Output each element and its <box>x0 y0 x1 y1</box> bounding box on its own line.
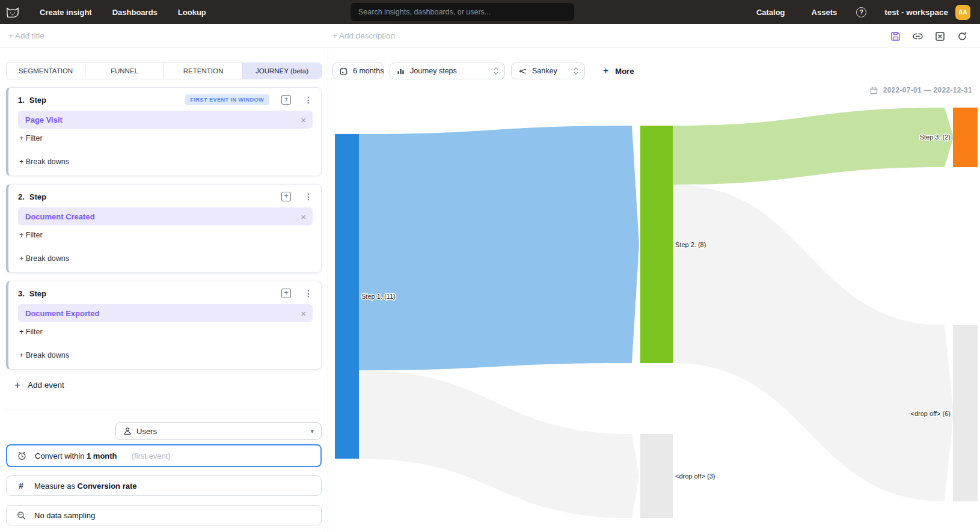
event-pill[interactable]: Document Exported × <box>18 304 313 322</box>
remove-event-icon[interactable]: × <box>301 212 306 222</box>
measure-as-value: Conversion rate <box>78 482 137 491</box>
sankey-link-step1-dropoff[interactable] <box>359 370 639 518</box>
event-name: Document Exported <box>25 309 100 318</box>
add-description-field[interactable]: + Add description <box>332 31 395 40</box>
time-window-button[interactable]: 6 months <box>332 63 384 79</box>
step-card-3: 3. Step + ⋮ Document Exported × + Filter… <box>6 281 322 370</box>
add-event-to-step-icon[interactable]: + <box>281 95 291 105</box>
sankey-node-dropoff-step1[interactable] <box>640 434 673 518</box>
top-navbar: Create insight Dashboards Lookup Catalog… <box>0 0 980 24</box>
convert-within-label: Convert within <box>35 451 84 460</box>
first-event-badge: FIRST EVENT IN WINDOW <box>185 94 270 105</box>
select-chevrons-icon <box>574 67 578 75</box>
add-breakdown-link[interactable]: + Break downs <box>19 157 69 166</box>
sankey-link-step1-step2[interactable] <box>359 126 639 370</box>
sankey-node-dropoff-step2[interactable] <box>953 325 978 501</box>
analyze-by-select[interactable]: Users ▾ <box>115 422 322 440</box>
select-chevrons-icon <box>494 67 498 75</box>
nav-catalog[interactable]: Catalog <box>756 8 785 17</box>
add-title-field[interactable]: + Add title <box>8 31 44 40</box>
journey-builder-panel: SEGMENTATION FUNNEL RETENTION JOURNEY (b… <box>0 48 328 532</box>
plus-icon: + <box>14 380 20 390</box>
sankey-label-step1: Step 1. (11) <box>361 293 396 300</box>
calendar-icon <box>340 67 348 75</box>
sankey-link-step2-step3[interactable] <box>673 108 954 185</box>
convert-window-hint: (first event) <box>132 451 171 460</box>
nav-dashboards[interactable]: Dashboards <box>112 8 158 17</box>
event-name: Page Visit <box>25 115 63 124</box>
add-breakdown-link[interactable]: + Break downs <box>19 254 69 263</box>
help-icon[interactable]: ? <box>856 7 866 17</box>
calendar-icon <box>870 87 878 94</box>
add-event-to-step-icon[interactable]: + <box>281 289 291 298</box>
event-name: Document Created <box>25 212 95 221</box>
add-event-button[interactable]: + Add event <box>14 380 64 390</box>
sankey-link-step2-dropoff[interactable] <box>673 185 954 501</box>
save-icon[interactable] <box>890 31 901 41</box>
tab-segmentation[interactable]: SEGMENTATION <box>7 63 85 79</box>
more-options-button[interactable]: + More <box>603 63 634 79</box>
sankey-node-step2[interactable] <box>640 126 673 363</box>
nav-lookup[interactable]: Lookup <box>178 8 206 17</box>
convert-window-value: 1 month <box>87 451 117 460</box>
insight-title-bar: + Add title + Add description <box>0 24 980 48</box>
step-card-1: 1. Step FIRST EVENT IN WINDOW + ⋮ Page V… <box>6 87 322 176</box>
workspace-name[interactable]: test - workspace <box>884 8 948 17</box>
user-avatar[interactable]: AA <box>955 5 970 20</box>
add-event-to-step-icon[interactable]: + <box>281 192 291 201</box>
chart-type-select[interactable]: Sankey <box>511 63 585 79</box>
sampling-magnifier-icon <box>16 511 26 520</box>
nav-create-insight[interactable]: Create insight <box>40 8 92 17</box>
sampling-value: No data sampling <box>34 511 95 520</box>
sankey-node-step1[interactable] <box>335 134 359 459</box>
step-title: Step <box>29 289 46 298</box>
event-pill[interactable]: Document Created × <box>18 207 313 225</box>
sankey-node-step3[interactable] <box>953 108 978 167</box>
clock-icon <box>17 451 26 460</box>
chevron-down-icon: ▾ <box>310 427 314 435</box>
step-number: 3. <box>18 289 25 298</box>
global-search-input[interactable] <box>351 3 574 21</box>
remove-event-icon[interactable]: × <box>301 115 306 125</box>
sankey-label-dropoff-step2: <drop off> (6) <box>911 410 951 417</box>
refresh-icon[interactable] <box>957 31 967 41</box>
sankey-chart: Step 1. (11) Step 2. (8) Step 3. (2) <dr… <box>328 48 980 532</box>
panel-divider <box>6 409 321 409</box>
tab-retention[interactable]: RETENTION <box>164 63 243 79</box>
add-filter-link[interactable]: + Filter <box>19 231 43 239</box>
add-filter-link[interactable]: + Filter <box>19 134 43 142</box>
add-filter-link[interactable]: + Filter <box>19 328 43 336</box>
step-title: Step <box>29 96 46 105</box>
conversion-window-button[interactable]: Convert within 1 month (first event) <box>6 444 322 467</box>
chart-date-range: 2022-07-01 — 2022-12-31 <box>870 86 972 94</box>
nav-assets[interactable]: Assets <box>812 8 838 17</box>
breakdown-select[interactable]: Journey steps <box>390 63 505 79</box>
step-number: 2. <box>18 192 25 201</box>
measure-as-button[interactable]: # Measure as Conversion rate <box>6 475 322 496</box>
copy-link-icon[interactable] <box>913 31 923 41</box>
insight-type-tabs: SEGMENTATION FUNNEL RETENTION JOURNEY (b… <box>6 63 322 79</box>
user-icon <box>123 427 132 435</box>
clear-insight-icon[interactable] <box>935 31 945 41</box>
measure-as-label: Measure as <box>34 482 75 491</box>
step-title: Step <box>29 192 46 201</box>
app-logo-cat-icon[interactable] <box>6 6 19 19</box>
tab-journey[interactable]: JOURNEY (beta) <box>243 63 321 79</box>
remove-event-icon[interactable]: × <box>301 308 306 319</box>
step-menu-icon[interactable]: ⋮ <box>304 192 313 201</box>
tab-funnel[interactable]: FUNNEL <box>85 63 164 79</box>
step-number: 1. <box>18 96 25 105</box>
step-card-2: 2. Step + ⋮ Document Created × + Filter … <box>6 184 322 273</box>
sankey-icon <box>518 67 527 75</box>
sankey-label-step2: Step 2. (8) <box>675 241 706 248</box>
plus-icon: + <box>603 66 608 76</box>
bar-chart-icon <box>397 67 405 75</box>
step-menu-icon[interactable]: ⋮ <box>304 289 313 298</box>
data-sampling-button[interactable]: No data sampling <box>6 505 322 525</box>
hash-icon: # <box>19 481 23 491</box>
sankey-label-step3: Step 3. (2) <box>920 133 951 141</box>
add-breakdown-link[interactable]: + Break downs <box>19 351 69 359</box>
sankey-label-dropoff-step1: <drop off> (3) <box>675 472 715 480</box>
event-pill[interactable]: Page Visit × <box>18 111 313 129</box>
step-menu-icon[interactable]: ⋮ <box>304 95 313 105</box>
